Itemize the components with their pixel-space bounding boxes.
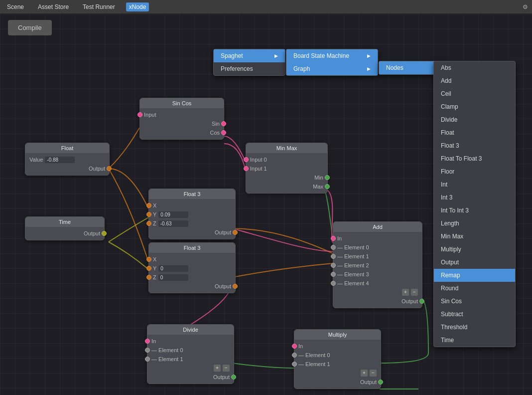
nodes-submenu-item-output[interactable]: Output — [434, 256, 515, 269]
sincos-sin-label: Sin — [212, 121, 220, 127]
nodes-submenu-item-int-3[interactable]: Int 3 — [434, 191, 515, 204]
nodes-submenu-item-subtract[interactable]: Subtract — [434, 308, 515, 321]
nodes-submenu-item-divide[interactable]: Divide — [434, 113, 515, 126]
spaghet-item[interactable]: Spaghet ▶ — [214, 49, 285, 62]
float3b-y-port[interactable] — [146, 266, 151, 271]
nodes-submenu-item-float-3[interactable]: Float 3 — [434, 139, 515, 152]
divide-node[interactable]: Divide In — Element 0 — Element 1 + − — [147, 324, 234, 384]
nodes-submenu-item-ceil[interactable]: Ceil — [434, 87, 515, 100]
board-state-item[interactable]: Board State Machine ▶ — [286, 49, 378, 62]
add-el2-port[interactable] — [331, 263, 336, 268]
multiply-el1-row: — Element 1 — [294, 360, 381, 369]
nodes-submenu-item-sin-cos[interactable]: Sin Cos — [434, 295, 515, 308]
time-node[interactable]: Time Output — [25, 216, 105, 240]
divide-el0-port[interactable] — [145, 348, 150, 353]
add-plus-btn[interactable]: + — [402, 289, 409, 296]
nodes-submenu-item-abs[interactable]: Abs — [434, 61, 515, 74]
minmax-max-port[interactable] — [325, 184, 330, 189]
graph-label: Graph — [293, 65, 310, 72]
nodes-submenu-item-int[interactable]: Int — [434, 178, 515, 191]
divide-in-port[interactable] — [145, 339, 150, 344]
time-output-port[interactable] — [102, 231, 107, 236]
add-el0-row: — Element 0 — [333, 243, 422, 252]
add-in-port[interactable] — [331, 236, 336, 241]
float3a-output-port[interactable] — [233, 230, 238, 235]
float3a-z-port[interactable] — [146, 221, 151, 226]
float3b-x-port[interactable] — [146, 257, 151, 262]
menu-asset-store[interactable]: Asset Store — [35, 2, 72, 11]
float3a-y-input[interactable] — [158, 211, 188, 218]
menu-xnode[interactable]: xNode — [126, 2, 149, 11]
preferences-label: Preferences — [221, 65, 253, 72]
float3b-output-port[interactable] — [233, 284, 238, 289]
sincos-node[interactable]: Sin Cos Input Sin Cos — [139, 98, 224, 140]
float-output-port[interactable] — [107, 166, 112, 171]
add-output-row: Output — [333, 297, 422, 306]
float3b-z-port[interactable] — [146, 275, 151, 280]
nodes-submenu-item-time[interactable]: Time — [434, 334, 515, 347]
add-el3-port[interactable] — [331, 272, 336, 277]
float-value-input[interactable] — [45, 157, 75, 163]
float3b-y-input[interactable] — [158, 265, 188, 272]
multiply-el1-port[interactable] — [292, 362, 297, 367]
float3a-node[interactable]: Float 3 X Y Z Output — [148, 189, 236, 239]
sincos-cos-port[interactable] — [221, 130, 226, 135]
nodes-submenu-item-min-max[interactable]: Min Max — [434, 230, 515, 243]
divide-minus-btn[interactable]: − — [223, 365, 230, 372]
float-node[interactable]: Float Value Output — [25, 143, 110, 176]
float3b-node[interactable]: Float 3 X Y Z Output — [148, 242, 236, 293]
nodes-submenu-item-multiply[interactable]: Multiply — [434, 243, 515, 256]
float3a-x-port[interactable] — [146, 203, 151, 208]
multiply-minus-btn[interactable]: − — [370, 370, 377, 377]
spaghet-menu: Spaghet ▶ Preferences — [213, 49, 285, 76]
add-minus-btn[interactable]: − — [411, 289, 418, 296]
menu-test-runner[interactable]: Test Runner — [80, 2, 118, 11]
add-el4-port[interactable] — [331, 281, 336, 286]
graph-item[interactable]: Graph ▶ — [286, 62, 378, 75]
nodes-submenu-item-threshold[interactable]: Threshold — [434, 321, 515, 334]
compile-button[interactable]: Compile — [8, 20, 52, 35]
minmax-node[interactable]: Min Max Input 0 Input 1 Min Max — [246, 143, 328, 194]
sincos-input-port[interactable] — [137, 112, 142, 117]
nodes-submenu-item-floor[interactable]: Floor — [434, 165, 515, 178]
float3b-z-input[interactable] — [158, 274, 188, 281]
add-output-port[interactable] — [419, 299, 424, 304]
float-output-label: Output — [89, 166, 105, 172]
preferences-item[interactable]: Preferences — [214, 62, 285, 75]
nodes-submenu-item-length[interactable]: Length — [434, 217, 515, 230]
nodes-submenu-item-int-to-int-3[interactable]: Int To Int 3 — [434, 204, 515, 217]
minmax-input1-port[interactable] — [244, 166, 249, 171]
divide-output-port[interactable] — [231, 375, 236, 380]
multiply-plus-btn[interactable]: + — [361, 370, 368, 377]
minmax-min-label: Min — [314, 175, 323, 181]
float3a-z-input[interactable] — [158, 220, 188, 227]
add-node[interactable]: Add In — Element 0 — Element 1 — Element… — [333, 221, 422, 308]
settings-icon[interactable]: ⚙ — [523, 3, 528, 10]
float3b-x-label: X — [153, 256, 156, 262]
add-el1-port[interactable] — [331, 254, 336, 259]
nodes-submenu-item-round[interactable]: Round — [434, 282, 515, 295]
nodes-submenu-item-float-to-float-3[interactable]: Float To Float 3 — [434, 152, 515, 165]
divide-el1-port[interactable] — [145, 357, 150, 362]
minmax-input0-port[interactable] — [244, 157, 249, 162]
divide-plus-btn[interactable]: + — [214, 365, 221, 372]
multiply-output-port[interactable] — [378, 380, 383, 385]
sincos-sin-port[interactable] — [221, 121, 226, 126]
float3a-z-row: Z — [149, 219, 235, 228]
board-state-menu: Board State Machine ▶ Graph ▶ — [286, 49, 378, 76]
multiply-in-port[interactable] — [292, 344, 297, 349]
float3a-y-label: Y — [153, 211, 156, 217]
add-el2-row: — Element 2 — [333, 261, 422, 270]
nodes-submenu-item-clamp[interactable]: Clamp — [434, 100, 515, 113]
multiply-node[interactable]: Multiply In — Element 0 — Element 1 + − — [294, 329, 381, 389]
float3a-y-port[interactable] — [146, 212, 151, 217]
nodes-submenu-item-remap[interactable]: Remap — [434, 269, 515, 282]
minmax-min-port[interactable] — [325, 175, 330, 180]
time-output-row: Output — [25, 229, 104, 238]
multiply-header: Multiply — [294, 330, 381, 340]
nodes-submenu-item-float[interactable]: Float — [434, 126, 515, 139]
add-el0-port[interactable] — [331, 245, 336, 250]
menu-scene[interactable]: Scene — [4, 2, 27, 11]
multiply-el0-port[interactable] — [292, 353, 297, 358]
nodes-submenu-item-add[interactable]: Add — [434, 74, 515, 87]
